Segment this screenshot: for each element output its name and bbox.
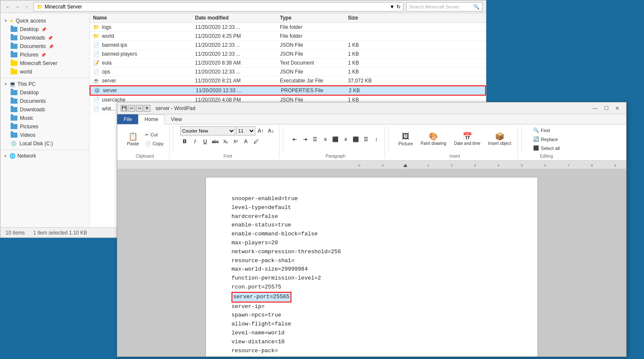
increase-indent-button[interactable]: ⇥ xyxy=(300,135,310,144)
svg-rect-0 xyxy=(117,161,626,169)
sidebar-item-downloads-quick[interactable]: Downloads 📌 xyxy=(0,34,89,42)
sidebar-label: Music xyxy=(20,115,33,121)
font-grow-button[interactable]: A↑ xyxy=(256,126,266,136)
underline-button[interactable]: U xyxy=(201,137,210,146)
tab-file[interactable]: File xyxy=(117,114,138,124)
paint-button[interactable]: 🎨 Paint drawing xyxy=(418,131,449,147)
date-time-button[interactable]: 📅 Date and time xyxy=(451,131,483,147)
disk-icon: 💿 xyxy=(11,141,17,147)
chevron-icon: ▼ xyxy=(4,82,8,86)
sidebar-item-downloads-pc[interactable]: Downloads xyxy=(0,105,89,114)
doc-page[interactable]: snooper-enabled=true level-type=default … xyxy=(206,178,537,356)
picture-button[interactable]: 🖼 Picture xyxy=(395,131,416,148)
col-header-size[interactable]: Size xyxy=(348,15,390,21)
align-right-button[interactable]: ⬛ xyxy=(351,135,361,144)
sidebar-item-quick-access[interactable]: ▼ ★ Quick access xyxy=(0,17,89,25)
font-color-button[interactable]: A xyxy=(241,137,251,146)
sidebar-item-music-pc[interactable]: Music xyxy=(0,114,89,122)
search-icon[interactable]: 🔍 xyxy=(473,4,480,10)
up-button[interactable]: ↑ xyxy=(23,3,31,11)
maximize-button[interactable]: ☐ xyxy=(601,103,612,114)
replace-icon: 🔄 xyxy=(533,136,539,142)
bullet-list-button[interactable]: ☰ xyxy=(311,135,320,144)
replace-button[interactable]: 🔄 Replace xyxy=(531,135,562,143)
sidebar-item-documents-quick[interactable]: Documents 📌 xyxy=(0,42,89,51)
tab-view[interactable]: View xyxy=(164,114,188,124)
tab-home[interactable]: Home xyxy=(138,114,164,124)
back-button[interactable]: ← xyxy=(4,3,12,11)
file-type: JSON File xyxy=(280,51,348,57)
wordpad-window: 💾 ↩ ↪ ▼ server - WordPad — ☐ ✕ File Home… xyxy=(117,102,627,357)
wordpad-titlebar: 💾 ↩ ↪ ▼ server - WordPad — ☐ ✕ xyxy=(117,102,626,114)
sidebar-item-world-quick[interactable]: world xyxy=(0,68,89,76)
sidebar-item-documents-pc[interactable]: Documents xyxy=(0,97,89,105)
numbered-list-button[interactable]: ≡ xyxy=(321,135,330,144)
col-header-type[interactable]: Type xyxy=(280,15,348,21)
sidebar-item-pictures-pc[interactable]: Pictures xyxy=(0,122,89,131)
col-header-name[interactable]: Name xyxy=(93,15,195,21)
sidebar-item-desktop-quick[interactable]: Desktop 📌 xyxy=(0,25,89,34)
select-all-button[interactable]: ⬛ Select all xyxy=(531,144,562,152)
copy-button[interactable]: 📄 Copy xyxy=(143,140,166,148)
file-row[interactable]: 📁logs 11/20/2020 12:33 ... File folder xyxy=(90,23,486,32)
file-size: 1 KB xyxy=(348,69,390,75)
strikethrough-button[interactable]: abc xyxy=(211,137,220,146)
sidebar-label: Desktop xyxy=(20,26,39,32)
sidebar-item-local-disk[interactable]: 💿 Local Disk (C:) xyxy=(0,139,89,148)
undo-icon[interactable]: ↩ xyxy=(128,105,135,112)
forward-button[interactable]: → xyxy=(13,3,22,11)
subscript-button[interactable]: X₂ xyxy=(221,137,230,146)
sidebar-item-desktop-pc[interactable]: Desktop xyxy=(0,88,89,97)
editing-buttons: 🔍 Find 🔄 Replace ⬛ Select all xyxy=(531,126,562,152)
file-type: File folder xyxy=(280,33,348,39)
col-header-modified[interactable]: Date modified xyxy=(195,15,280,21)
redo-icon[interactable]: ↪ xyxy=(136,105,143,112)
sidebar-item-videos-pc[interactable]: Videos xyxy=(0,131,89,139)
minimize-button[interactable]: — xyxy=(590,103,601,114)
justify-button[interactable]: ☰ xyxy=(362,135,371,144)
font-size-select[interactable]: 11 xyxy=(236,126,255,136)
address-bar[interactable]: 📁 Minecraft Server ▼ ↻ xyxy=(34,2,404,11)
win-controls: — ☐ ✕ xyxy=(590,103,623,114)
file-row[interactable]: 📝eula 11/20/2020 8:38 AM Text Document 1… xyxy=(90,59,486,68)
decrease-indent-button[interactable]: ⇤ xyxy=(290,135,299,144)
font-family-select[interactable]: Courier New xyxy=(180,126,235,136)
folder-icon xyxy=(11,107,17,112)
font-shrink-button[interactable]: A↓ xyxy=(266,126,276,136)
file-row[interactable]: 📁world 11/20/2020 4:25 PM File folder xyxy=(90,32,486,41)
insert-object-button[interactable]: 📦 Insert object xyxy=(485,131,514,147)
this-pc-label: This PC xyxy=(17,81,36,87)
refresh-button[interactable]: ↻ xyxy=(396,4,401,10)
address-dropdown[interactable]: ▼ xyxy=(390,4,395,10)
paste-button[interactable]: 📋 Paste xyxy=(124,131,142,148)
line-spacing-button[interactable]: ↕ xyxy=(372,135,381,144)
customize-icon[interactable]: ▼ xyxy=(144,105,150,112)
pin-icon: 📌 xyxy=(48,36,53,40)
close-button[interactable]: ✕ xyxy=(612,103,623,114)
highlight-button[interactable]: 🖊 xyxy=(251,137,261,146)
find-button[interactable]: 🔍 Find xyxy=(531,126,562,134)
sidebar-item-minecraft-quick[interactable]: Minecraft Server xyxy=(0,59,89,68)
sidebar-item-pictures-quick[interactable]: Pictures 📌 xyxy=(0,51,89,59)
cut-button[interactable]: ✂ Cut xyxy=(143,131,166,139)
align-left-button[interactable]: ⬛ xyxy=(331,135,340,144)
doc-area[interactable]: snooper-enabled=true level-type=default … xyxy=(117,169,626,356)
align-center-button[interactable]: ≡ xyxy=(341,135,350,144)
file-row[interactable]: 📄ops 11/20/2020 12:33 ... JSON File 1 KB xyxy=(90,68,486,76)
search-bar[interactable]: Search Minecraft Server 🔍 xyxy=(406,2,483,11)
file-row-selected[interactable]: ⚙️server 11/20/2020 12:33 ... PROPERTIES… xyxy=(90,85,486,96)
sidebar-item-this-pc[interactable]: ▼ 💻 This PC xyxy=(0,80,89,88)
save-icon[interactable]: 💾 xyxy=(121,105,127,112)
sidebar-item-network[interactable]: ► 🌐 Network xyxy=(0,152,89,160)
file-type: JSON File xyxy=(280,69,348,75)
file-row[interactable]: ☕server 11/20/2020 8:21 AM Executable Ja… xyxy=(90,76,486,85)
file-row[interactable]: 📄banned-players 11/20/2020 12:33 ... JSO… xyxy=(90,50,486,59)
sidebar-label: world xyxy=(20,69,32,75)
italic-button[interactable]: I xyxy=(190,137,200,146)
file-name: 📁logs xyxy=(93,24,195,30)
file-row[interactable]: 📄banned-ips 11/20/2020 12:33 ... JSON Fi… xyxy=(90,41,486,50)
superscript-button[interactable]: X² xyxy=(231,137,240,146)
ribbon-sep1 xyxy=(173,126,173,152)
bold-button[interactable]: B xyxy=(180,137,189,146)
star-icon: ★ xyxy=(9,18,14,24)
